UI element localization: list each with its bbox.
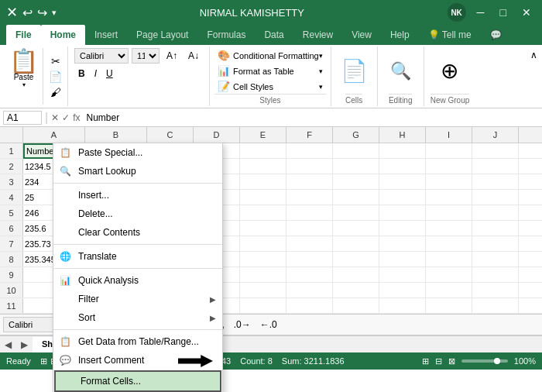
cell-h8[interactable] [379, 252, 426, 267]
tab-page-layout[interactable]: Page Layout [127, 25, 197, 45]
cell-g5[interactable] [333, 205, 379, 221]
cell-f8[interactable] [286, 252, 333, 267]
cell-j8[interactable] [472, 252, 519, 267]
cell-i3[interactable] [426, 174, 472, 190]
cell-f1[interactable] [286, 143, 333, 159]
scroll-left-sheet-button[interactable]: ◀ [0, 337, 16, 352]
col-header-h[interactable]: H [379, 127, 426, 143]
decrease-decimal-button[interactable]: ←.0 [256, 318, 281, 332]
cell-g8[interactable] [333, 252, 379, 267]
cut-button[interactable]: ✂ [46, 54, 64, 68]
cell-e1[interactable] [240, 143, 286, 159]
tab-data[interactable]: Data [255, 25, 293, 45]
conditional-formatting-button[interactable]: 🎨 Conditional Formatting ▾ [214, 48, 326, 63]
italic-button[interactable]: I [91, 67, 101, 81]
cell-i5[interactable] [426, 205, 472, 221]
ribbon-collapse-button[interactable]: ∧ [527, 46, 540, 106]
cell-g9[interactable] [333, 267, 379, 283]
paste-button[interactable]: 📋 Paste ▾ [5, 48, 43, 105]
context-menu-item-filter[interactable]: Filter [53, 290, 222, 308]
context-menu-item-paste-special[interactable]: 📋 Paste Special... [53, 143, 222, 162]
cell-e9[interactable] [240, 267, 286, 283]
col-header-f[interactable]: F [286, 127, 333, 143]
cell-i9[interactable] [426, 267, 472, 283]
tab-help[interactable]: Help [381, 25, 419, 45]
cell-f4[interactable] [286, 190, 333, 205]
context-menu-item-clear-contents[interactable]: Clear Contents [53, 223, 222, 242]
cell-h9[interactable] [379, 267, 426, 283]
increase-font-button[interactable]: A↑ [163, 49, 181, 63]
cell-f11[interactable] [286, 298, 333, 314]
cell-i11[interactable] [426, 298, 472, 314]
redo-button[interactable]: ↪ [37, 5, 47, 20]
decrease-font-button[interactable]: A↓ [184, 49, 203, 63]
cell-i4[interactable] [426, 190, 472, 205]
cell-g6[interactable] [333, 221, 379, 236]
cell-f2[interactable] [286, 159, 333, 174]
format-as-table-button[interactable]: 📊 Format as Table ▾ [214, 64, 326, 78]
cell-g1[interactable] [333, 143, 379, 159]
col-header-b[interactable]: B [85, 127, 147, 143]
cell-j4[interactable] [472, 190, 519, 205]
share-button[interactable]: 💬 [481, 25, 511, 45]
cell-g10[interactable] [333, 283, 379, 298]
cell-i10[interactable] [426, 283, 472, 298]
cell-e6[interactable] [240, 221, 286, 236]
context-menu-item-sort[interactable]: Sort [53, 308, 222, 327]
confirm-formula-icon[interactable]: ✓ [62, 112, 70, 123]
cancel-formula-icon[interactable]: ✕ [51, 112, 59, 123]
col-header-d[interactable]: D [194, 127, 240, 143]
underline-button[interactable]: U [102, 67, 117, 81]
cell-e8[interactable] [240, 252, 286, 267]
col-header-e[interactable]: E [240, 127, 286, 143]
context-menu-item-format-cells[interactable]: Format Cells... [54, 370, 221, 392]
cell-e5[interactable] [240, 205, 286, 221]
cell-h5[interactable] [379, 205, 426, 221]
cell-j1[interactable] [472, 143, 519, 159]
cell-i7[interactable] [426, 236, 472, 252]
cell-e7[interactable] [240, 236, 286, 252]
tab-file[interactable]: File [6, 25, 41, 45]
cell-e2[interactable] [240, 159, 286, 174]
cell-j11[interactable] [472, 298, 519, 314]
minimize-button[interactable]: ─ [472, 5, 489, 20]
view-break-icon[interactable]: ⊠ [448, 356, 455, 366]
cell-g2[interactable] [333, 159, 379, 174]
cell-f10[interactable] [286, 283, 333, 298]
cell-i2[interactable] [426, 159, 472, 174]
close-button[interactable]: ✕ [517, 5, 536, 20]
cell-e4[interactable] [240, 190, 286, 205]
copy-button[interactable]: 📄 [46, 70, 64, 84]
cell-j10[interactable] [472, 283, 519, 298]
cell-h10[interactable] [379, 283, 426, 298]
cell-e3[interactable] [240, 174, 286, 190]
cell-f7[interactable] [286, 236, 333, 252]
font-size-select[interactable]: 11 [132, 48, 160, 64]
cell-j9[interactable] [472, 267, 519, 283]
format-painter-button[interactable]: 🖌 [46, 85, 64, 99]
bold-button[interactable]: B [74, 67, 89, 81]
cell-reference-input[interactable] [3, 111, 42, 125]
cell-i8[interactable] [426, 252, 472, 267]
user-avatar[interactable]: NK [448, 3, 466, 22]
cell-f5[interactable] [286, 205, 333, 221]
tab-formulas[interactable]: Formulas [197, 25, 255, 45]
col-header-g[interactable]: G [333, 127, 379, 143]
cell-j6[interactable] [472, 221, 519, 236]
scroll-right-sheet-button[interactable]: ▶ [16, 337, 33, 352]
cell-f9[interactable] [286, 267, 333, 283]
cell-f3[interactable] [286, 174, 333, 190]
cell-e11[interactable] [240, 298, 286, 314]
context-menu-item-get-data[interactable]: 📋 Get Data from Table/Range... [53, 332, 222, 351]
undo-button[interactable]: ↩ [22, 5, 33, 20]
cell-j2[interactable] [472, 159, 519, 174]
cell-j3[interactable] [472, 174, 519, 190]
context-menu-item-translate[interactable]: 🌐 Translate [53, 247, 222, 266]
context-menu-item-delete[interactable]: Delete... [53, 205, 222, 223]
formula-input[interactable] [84, 112, 540, 124]
col-header-i[interactable]: I [426, 127, 472, 143]
cell-h11[interactable] [379, 298, 426, 314]
cell-g3[interactable] [333, 174, 379, 190]
cell-f6[interactable] [286, 221, 333, 236]
increase-decimal-button[interactable]: .0→ [230, 318, 255, 332]
